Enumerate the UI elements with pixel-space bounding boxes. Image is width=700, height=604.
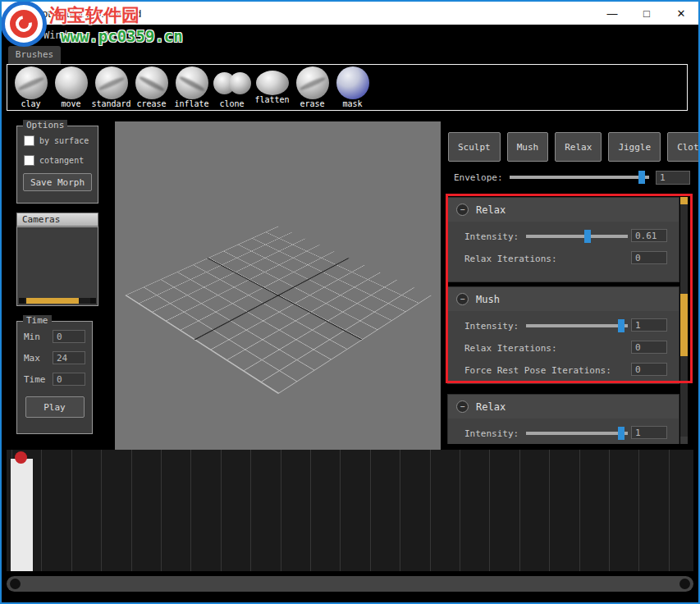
intensity-field[interactable]: 1: [631, 318, 667, 332]
current-frame-column[interactable]: [11, 459, 33, 571]
time-title: Time: [23, 315, 52, 326]
brush-label: flatten: [252, 95, 292, 104]
sculpt-tool-tabs: Sculpt Mush Relax Jiggle Cloth: [448, 131, 700, 162]
brush-standard[interactable]: standard: [91, 66, 131, 109]
hscroll-right-handle[interactable]: [679, 579, 690, 589]
sections-vscrollbar[interactable]: [680, 197, 688, 444]
brush-inflate[interactable]: inflate: [172, 66, 212, 109]
intensity-slider[interactable]: [526, 319, 628, 332]
timeline-hscrollbar[interactable]: [7, 576, 693, 592]
hscroll-left-handle[interactable]: [10, 579, 21, 589]
slider-groove: [526, 324, 628, 327]
cameras-header[interactable]: Cameras: [16, 213, 98, 226]
scroll-left-button[interactable]: [19, 298, 25, 304]
intensity-slider[interactable]: [526, 230, 628, 243]
time-field[interactable]: 0: [53, 373, 85, 386]
inflate-brush-icon: [176, 66, 208, 99]
envelope-slider[interactable]: [510, 171, 649, 184]
tab-sculpt[interactable]: Sculpt: [448, 132, 501, 162]
intensity-label: Intensity:: [464, 321, 519, 332]
vscroll-thumb[interactable]: [680, 294, 688, 356]
brush-label: erase: [292, 99, 332, 108]
intensity-field[interactable]: 1: [631, 426, 667, 439]
relax-section-2: − Relax Intensity: 1: [447, 394, 679, 444]
force-rest-pose-field[interactable]: 0: [631, 363, 667, 376]
options-title: Options: [23, 120, 67, 130]
relax-iterations-field[interactable]: 0: [631, 341, 667, 354]
collapse-icon[interactable]: −: [456, 204, 469, 216]
intensity-slider[interactable]: [526, 427, 628, 440]
tab-jiggle[interactable]: Jiggle: [608, 132, 661, 162]
save-morph-button[interactable]: Save Morph: [23, 173, 92, 191]
flatten-brush-icon: [256, 71, 289, 95]
playhead-dot[interactable]: [15, 451, 27, 464]
envelope-field[interactable]: 1: [656, 171, 690, 185]
menu-buy[interactable]: Buy: [94, 27, 130, 43]
crease-brush-icon: [135, 66, 168, 99]
relax-iterations-label: Relax Iterations:: [464, 343, 557, 354]
section-title: Mush: [476, 294, 500, 305]
collapse-icon[interactable]: −: [456, 400, 469, 413]
intensity-slider-handle[interactable]: [584, 230, 591, 243]
brush-label: move: [51, 99, 91, 108]
time-groupbox: Time Min 0 Max 24 Time 0 Play: [16, 321, 93, 434]
scroll-up-button[interactable]: [680, 197, 688, 204]
intensity-slider-handle[interactable]: [618, 427, 625, 440]
cotangent-checkbox[interactable]: [24, 155, 34, 166]
brushes-toolbar: clay move standard crease inflate clone …: [7, 64, 688, 111]
play-button[interactable]: Play: [25, 396, 85, 418]
relax-section-header[interactable]: − Relax: [448, 198, 679, 222]
force-rest-pose-row: Force Rest Pose Iterations: 0: [448, 359, 679, 382]
cameras-hscrollbar[interactable]: [19, 298, 96, 304]
timeline[interactable]: [7, 450, 693, 571]
relax-section-header[interactable]: − Relax: [448, 395, 679, 419]
brush-clone[interactable]: clone: [212, 66, 252, 109]
brush-crease[interactable]: crease: [131, 66, 172, 109]
brush-label: clay: [11, 99, 51, 108]
relax-iterations-row: Relax Iterations: 0: [448, 248, 679, 270]
deformer-sections-panel: − Relax Intensity: 0.61 Relax Iterations…: [447, 197, 679, 444]
min-field[interactable]: 0: [53, 330, 85, 343]
collapse-icon[interactable]: −: [456, 293, 469, 305]
cameras-list[interactable]: [16, 226, 98, 306]
intensity-row: Intensity: 1: [448, 315, 679, 337]
relax-iterations-field[interactable]: 0: [631, 251, 667, 264]
brush-label: crease: [131, 99, 172, 108]
tab-brushes[interactable]: Brushes: [8, 46, 61, 64]
by-surface-checkbox[interactable]: [24, 135, 34, 146]
mask-brush-icon: [336, 66, 369, 99]
intensity-label: Intensity:: [464, 231, 519, 242]
brush-erase[interactable]: erase: [292, 66, 332, 109]
max-label: Max: [24, 353, 48, 364]
slider-groove: [526, 432, 628, 435]
relax-iterations-label: Relax Iterations:: [464, 254, 557, 264]
brush-flatten[interactable]: flatten: [252, 66, 292, 109]
intensity-slider-handle[interactable]: [618, 319, 625, 332]
mush-section-header[interactable]: − Mush: [448, 287, 679, 311]
tab-cloth[interactable]: Cloth: [667, 132, 700, 162]
slider-groove: [526, 235, 628, 238]
tab-relax[interactable]: Relax: [555, 132, 602, 162]
close-button[interactable]: ✕: [664, 2, 698, 25]
brush-move[interactable]: move: [51, 66, 91, 109]
max-field[interactable]: 24: [53, 351, 85, 364]
viewport-3d[interactable]: [115, 121, 441, 450]
brush-clay[interactable]: clay: [11, 66, 51, 109]
mush-section: − Mush Intensity: 1 Relax Iterations: 0: [447, 286, 679, 384]
brush-mask[interactable]: mask: [332, 66, 373, 109]
brush-label: inflate: [172, 99, 212, 108]
min-label: Min: [24, 332, 48, 342]
maximize-button[interactable]: □: [629, 2, 664, 25]
time-row: Time 0: [24, 373, 92, 386]
scroll-right-button[interactable]: [90, 298, 96, 304]
menu-windows[interactable]: Windows: [34, 27, 94, 43]
minimize-button[interactable]: —: [595, 2, 629, 25]
scroll-down-button[interactable]: [680, 437, 688, 444]
cameras-hscroll-thumb[interactable]: [26, 298, 79, 304]
intensity-row: Intensity: 1: [448, 423, 679, 444]
titlebar: Shot Sculpt 1.0: untitled — □ ✕: [2, 2, 698, 25]
tab-mush[interactable]: Mush: [507, 132, 549, 162]
options-groupbox: Options by surface cotangent Save Morph: [16, 126, 98, 204]
intensity-field[interactable]: 0.61: [631, 229, 667, 242]
envelope-slider-handle[interactable]: [638, 171, 645, 184]
